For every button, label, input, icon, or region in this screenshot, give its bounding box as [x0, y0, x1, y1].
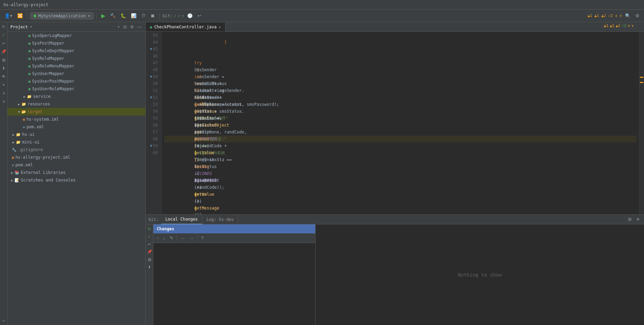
- settings-btn[interactable]: ⚙: [634, 12, 641, 19]
- toolbar-sep: [177, 235, 177, 241]
- settings-panel-btn[interactable]: ⚙: [129, 24, 135, 30]
- collapse-btn[interactable]: ⊟: [122, 24, 128, 30]
- editor-right-gutter: [639, 32, 644, 214]
- tree-item-pom-root[interactable]: ◈ pom.xml: [8, 161, 145, 169]
- panel-actions: + ⊟ ⚙ —: [116, 24, 143, 30]
- account-btn[interactable]: 👤▾: [3, 12, 14, 19]
- tree-item-target[interactable]: ▼ 📂 target: [8, 108, 145, 115]
- tree-item-sysrolemenumapper[interactable]: ● SysRoleMenuMapper: [8, 62, 145, 70]
- line-num: 54: [153, 108, 158, 115]
- list-icon-btn[interactable]: ≡: [1, 82, 7, 88]
- fold-arrow: ▼: [150, 94, 152, 101]
- git-history-btn[interactable]: 🕐: [185, 12, 194, 19]
- settings-bottom-btn[interactable]: ⚙: [626, 216, 633, 223]
- tree-item-gitignore[interactable]: 🔧 .gitignore: [8, 146, 145, 154]
- close-bottom-btn[interactable]: ✕: [635, 216, 641, 223]
- tree-item-sysoperlogmapper[interactable]: ● SysOperLogMapper: [8, 32, 145, 39]
- tree-item-sysroledeptmapper[interactable]: ● SysRoleDeptMapper: [8, 47, 145, 55]
- build-btn[interactable]: 🔨: [108, 12, 117, 19]
- tree-item-hs-ui[interactable]: ▶ 📁 hs-ui: [8, 131, 145, 138]
- tree-item-pom-system[interactable]: ◈ pom.xml: [8, 123, 145, 131]
- line-num: 50: [153, 80, 158, 87]
- indent: [194, 61, 234, 65]
- move-up-btn[interactable]: ↑: [155, 235, 161, 241]
- tree-item-hs-system-iml[interactable]: ▣ hs-system.iml: [8, 115, 145, 123]
- line-num: 52: [153, 94, 158, 101]
- git-undo-btn[interactable]: ↩: [146, 241, 153, 247]
- search-btn[interactable]: 🔍: [623, 12, 632, 19]
- tree-label: resources: [28, 102, 50, 106]
- git-download-btn[interactable]: ⬇: [146, 264, 153, 270]
- tab-local-changes[interactable]: Local Changes: [161, 215, 202, 224]
- tree-item-service[interactable]: ▶ 📁 service: [8, 93, 145, 100]
- tree-item-sysusermapper[interactable]: ● SysUserMapper: [8, 70, 145, 77]
- git-console-btn[interactable]: ▤: [146, 256, 153, 262]
- fold-arrow: ▼: [150, 46, 152, 53]
- tab-log-hs-dev[interactable]: Log: hs-dev: [202, 215, 238, 224]
- git-refresh-btn[interactable]: ↻: [146, 226, 153, 232]
- tree-item-sysuserrolemapper[interactable]: ● SysUserRoleMapper: [8, 85, 145, 93]
- gutter-57: 57: [146, 129, 160, 136]
- tree-item-mini-ui[interactable]: ▶ 📁 mini-ui: [8, 138, 145, 146]
- undo-icon-btn[interactable]: ↩: [1, 40, 7, 46]
- warning-gutter-2: [640, 82, 643, 83]
- tree-item-syspostmapper[interactable]: ● SysPostMapper: [8, 39, 145, 47]
- tree-item-sysrolemapper[interactable]: ● SysRoleMapper: [8, 55, 145, 62]
- arrow-up-icon-btn[interactable]: ∧: [1, 90, 7, 96]
- tree-item-resources[interactable]: ▶ 📁 resources: [8, 100, 145, 108]
- indent: [194, 157, 234, 162]
- coverage-btn[interactable]: 📊: [129, 12, 138, 19]
- tab-close-btn[interactable]: ✕: [219, 25, 221, 29]
- forward-btn[interactable]: →: [188, 235, 195, 241]
- expand-icon-btn[interactable]: «: [1, 317, 7, 324]
- line-num: 48: [153, 66, 158, 73]
- code-editor[interactable]: 43 44 ▼ 45 46 47 48 ▼ 49 50 51: [146, 32, 644, 214]
- keyword-return2: return: [194, 164, 209, 169]
- tree-label: mini-ui: [22, 140, 40, 145]
- title-bar: hs-allergy-project: [0, 0, 644, 10]
- refresh-icon-btn[interactable]: ↻: [1, 24, 7, 30]
- code-line-48: SmsSendStatus status = smsSender. send (…: [164, 66, 636, 73]
- move-down-btn[interactable]: ↓: [162, 235, 167, 241]
- toolbar-sep2: [197, 235, 198, 241]
- tree-item-scratches[interactable]: ▶ 📝 Scratches and Consoles: [8, 176, 145, 184]
- help-btn[interactable]: ?: [200, 235, 205, 241]
- nav-btn[interactable]: 🔀: [16, 12, 25, 19]
- check-icon-btn[interactable]: ✓: [1, 32, 7, 38]
- tree-item-external-libs[interactable]: ▶ 📚 External Libraries: [8, 169, 145, 176]
- folder-icon: 📁: [16, 132, 21, 137]
- java-icon: ●: [28, 79, 31, 84]
- git-shelve-btn[interactable]: 📌: [146, 249, 153, 255]
- editor-tab-checkphone[interactable]: ● CheckPhoneController.java ✕: [146, 22, 225, 31]
- debug-btn[interactable]: 🐛: [119, 12, 128, 19]
- warning-gutter-1: [640, 77, 643, 78]
- add-item-btn[interactable]: +: [116, 24, 121, 30]
- gutter-58: 58: [146, 136, 160, 142]
- git-check-btn[interactable]: ✓: [146, 233, 153, 240]
- tree-item-hs-allergy-iml[interactable]: ▣ hs-allergy-project.iml: [8, 154, 145, 161]
- arrow-down-icon-btn[interactable]: ∨: [1, 98, 7, 104]
- console-icon-btn[interactable]: ▤: [1, 57, 7, 63]
- gutter-51: 51: [146, 87, 160, 94]
- edit-btn[interactable]: ✎: [168, 235, 175, 241]
- nothing-to-show: Nothing to show: [458, 272, 501, 278]
- download-icon-btn[interactable]: ⬇: [1, 65, 7, 71]
- indent: [194, 102, 244, 107]
- git-check-2: ✓: [178, 13, 180, 18]
- eye-icon-btn[interactable]: 👁: [1, 73, 7, 80]
- app-selector[interactable]: MySystemApplication ▾: [30, 12, 94, 19]
- tree-arrow: ▶: [12, 140, 15, 144]
- line-num: 44: [153, 39, 158, 46]
- minimize-panel-btn[interactable]: —: [136, 24, 143, 30]
- git-rollback-btn[interactable]: ↩: [196, 12, 203, 19]
- tree-item-sysuserpostmapper[interactable]: ● SysUserPostMapper: [8, 77, 145, 85]
- run-btn[interactable]: ▶: [99, 11, 107, 20]
- pin-icon-btn[interactable]: 📌: [1, 48, 7, 55]
- stop-btn[interactable]: ⏹: [149, 12, 157, 19]
- profile-btn[interactable]: ⏱: [140, 12, 147, 19]
- back-btn[interactable]: ←: [179, 235, 186, 241]
- project-tree[interactable]: ● SysOperLogMapper ● SysPostMapper ● Sys…: [8, 32, 145, 325]
- tree-label: SysUserMapper: [32, 71, 65, 76]
- gutter-59: ▼ 59: [146, 142, 160, 149]
- tree-label: SysPostMapper: [32, 41, 65, 46]
